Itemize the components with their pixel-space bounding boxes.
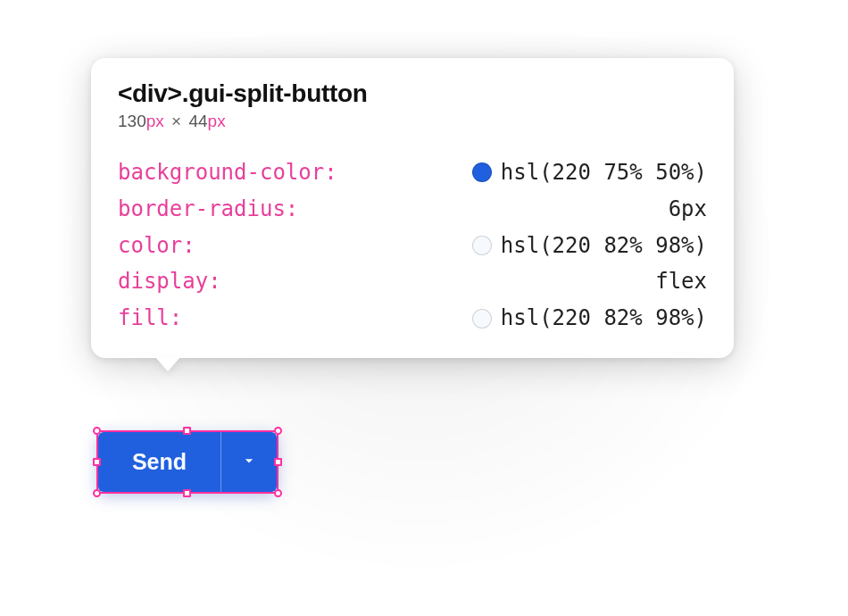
css-property-value: hsl(220 82% 98%) [472,300,707,337]
selector-label: <div>.gui-split-button [118,79,707,108]
inspected-element: Send [98,432,277,492]
css-value-text: hsl(220 82% 98%) [501,300,707,337]
css-property-name: display [118,263,221,300]
css-value-text: flex [655,263,707,300]
css-property-row: fillhsl(220 82% 98%) [118,300,707,337]
css-property-value: hsl(220 75% 50%) [472,154,707,191]
css-property-value: flex [655,263,707,300]
dim-width: 130 [118,112,146,130]
css-property-row: border-radius6px [118,191,707,228]
css-value-text: 6px [669,191,707,228]
css-property-value: 6px [669,191,707,228]
dim-unit: px [146,112,164,130]
css-value-text: hsl(220 75% 50%) [501,154,707,191]
chevron-down-icon [240,452,258,472]
dim-height: 44 [188,112,207,130]
css-property-row: colorhsl(220 82% 98%) [118,228,707,264]
dim-unit: px [208,112,226,130]
send-button[interactable]: Send [98,432,220,492]
gui-split-button[interactable]: Send [98,432,277,492]
color-swatch [472,309,492,329]
times-glyph: × [171,112,181,130]
css-property-value: hsl(220 82% 98%) [472,228,707,264]
color-swatch [472,162,492,182]
css-value-text: hsl(220 82% 98%) [501,228,707,264]
inspector-tooltip: <div>.gui-split-button 130px × 44px back… [91,58,734,358]
color-swatch [472,236,492,255]
element-dimensions: 130px × 44px [118,112,707,131]
css-property-name: background-color [118,154,337,191]
css-property-row: displayflex [118,263,707,300]
css-property-name: fill [118,300,182,337]
css-property-list: background-colorhsl(220 75% 50%)border-r… [118,154,707,337]
css-property-name: color [118,228,195,264]
css-property-row: background-colorhsl(220 75% 50%) [118,154,707,191]
dropdown-toggle[interactable] [221,432,277,492]
css-property-name: border-radius [118,191,298,228]
